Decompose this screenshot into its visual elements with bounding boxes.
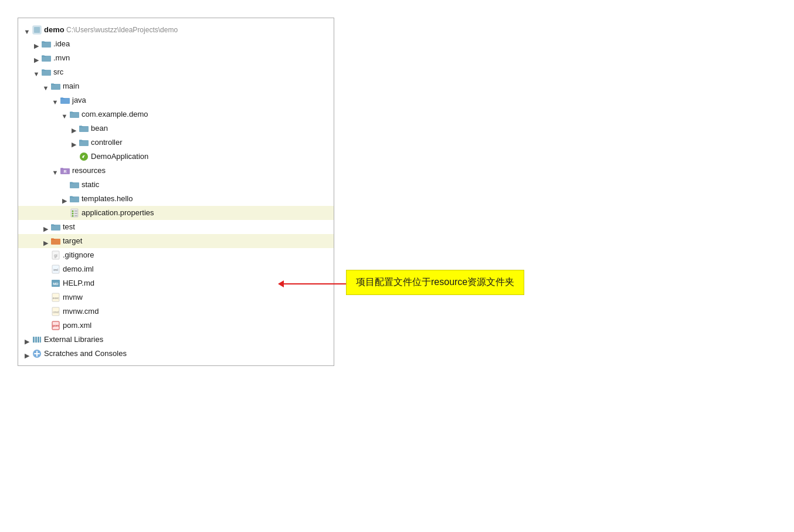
tree-item-controller[interactable]: ▶ controller — [18, 135, 334, 150]
tree-item-bean[interactable]: ▶ bean — [18, 121, 334, 135]
module-icon — [32, 25, 42, 35]
folder-icon — [42, 54, 51, 62]
svg-rect-1 — [34, 27, 40, 33]
item-label: HELP.md — [63, 277, 94, 289]
expand-arrow[interactable]: ▶ — [42, 223, 50, 231]
expand-arrow[interactable]: ▶ — [32, 54, 40, 62]
item-label: test — [63, 221, 75, 233]
svg-rect-64 — [40, 337, 41, 343]
svg-rect-63 — [38, 337, 39, 343]
svg-text:pom: pom — [53, 324, 59, 327]
svg-rect-7 — [42, 55, 45, 57]
md-icon: MD — [51, 279, 60, 288]
item-label: Scratches and Consoles — [44, 348, 127, 360]
expand-arrow[interactable]: ▶ — [23, 336, 31, 344]
tree-item-templates-hello[interactable]: ▶ templates.hello — [18, 192, 334, 206]
tree-item-idea[interactable]: ▶ .idea — [18, 37, 334, 51]
item-label: demo.iml — [63, 263, 94, 275]
svg-rect-22 — [79, 126, 82, 127]
svg-rect-25 — [79, 140, 82, 141]
tree-item-DemoApplication[interactable]: DemoApplication — [18, 150, 334, 164]
collapse-arrow[interactable]: ▼ — [51, 167, 59, 175]
item-label: mvnw.cmd — [63, 306, 99, 317]
item-label: target — [63, 235, 82, 247]
item-label: .idea — [53, 38, 70, 50]
item-label: main — [63, 80, 79, 92]
svg-rect-42 — [74, 215, 77, 216]
folder-icon — [51, 223, 60, 231]
folder-icon — [42, 68, 51, 76]
item-label: .mvn — [53, 52, 70, 64]
svg-text:R: R — [63, 170, 66, 174]
item-label: com.example.demo — [82, 109, 148, 120]
folder-icon — [70, 181, 79, 189]
svg-rect-45 — [51, 224, 54, 226]
svg-rect-10 — [42, 69, 45, 71]
tree-item-gitignore[interactable]: gi .gitignore — [18, 248, 334, 262]
item-label: DemoApplication — [91, 151, 148, 162]
item-label: application.properties — [82, 207, 154, 219]
tree-item-mvn[interactable]: ▶ .mvn — [18, 51, 334, 65]
collapse-arrow[interactable]: ▼ — [32, 68, 40, 76]
collapse-arrow[interactable]: ▼ — [51, 96, 59, 104]
tree-item-target[interactable]: ▶ target — [18, 234, 334, 248]
tree-item-application-properties[interactable]: application.properties — [18, 206, 334, 220]
mvnw-icon: exec — [51, 293, 60, 302]
tree-item-external-libraries[interactable]: ▶ External Libraries — [18, 333, 334, 347]
collapse-arrow[interactable]: ▼ — [42, 82, 50, 90]
expand-arrow[interactable]: ▶ — [42, 237, 50, 245]
mvnwcmd-icon: cmd — [51, 307, 60, 316]
svg-rect-35 — [70, 196, 73, 198]
tree-item-static[interactable]: static — [18, 178, 334, 192]
svg-rect-4 — [42, 41, 45, 43]
tree-item-src[interactable]: ▼ src — [18, 65, 334, 79]
annotation-arrow — [278, 280, 348, 287]
item-label: pom.xml — [63, 320, 91, 331]
svg-rect-32 — [70, 182, 73, 184]
item-label: java — [72, 94, 86, 106]
tree-item-demo-iml[interactable]: iml demo.iml — [18, 262, 334, 276]
tree-item-test[interactable]: ▶ test — [18, 220, 334, 234]
folder-resources-icon: R — [60, 167, 70, 175]
svg-text:exec: exec — [53, 296, 59, 300]
tree-item-scratches[interactable]: ▶ Scratches and Consoles — [18, 347, 334, 361]
tree-item-pom-xml[interactable]: pom pom.xml — [18, 318, 334, 333]
pom-icon: pom — [51, 321, 60, 330]
expand-arrow[interactable]: ▶ — [70, 124, 78, 133]
item-label: mvnw — [63, 292, 83, 303]
item-label: External Libraries — [44, 334, 103, 345]
folder-icon — [42, 40, 51, 48]
svg-rect-67 — [34, 353, 40, 354]
expand-arrow[interactable]: ▶ — [23, 350, 31, 358]
tree-item-main[interactable]: ▼ main — [18, 79, 334, 93]
tree-item-mvnw-cmd[interactable]: cmd mvnw.cmd — [18, 304, 334, 318]
tree-item-mvnw[interactable]: exec mvnw — [18, 290, 334, 304]
tree-item-java[interactable]: ▼ java — [18, 93, 334, 107]
svg-rect-13 — [51, 83, 54, 85]
collapse-arrow[interactable]: ▼ — [23, 26, 31, 34]
item-label: src — [53, 66, 63, 78]
svg-text:MD: MD — [53, 282, 59, 286]
expand-arrow[interactable]: ▶ — [60, 195, 69, 203]
tree-item-com-example-demo[interactable]: ▼ com.example.demo — [18, 107, 334, 121]
item-label: demo C:\Users\wustzz\IdeaProjects\demo — [44, 24, 178, 36]
libraries-icon — [32, 335, 42, 344]
item-label: resources — [72, 165, 106, 177]
gitignore-icon: gi — [51, 250, 60, 260]
expand-arrow[interactable]: ▶ — [70, 138, 78, 147]
item-label: controller — [91, 137, 122, 148]
svg-rect-19 — [70, 111, 73, 113]
svg-point-39 — [72, 213, 74, 215]
svg-text:cmd: cmd — [53, 310, 59, 314]
tree-item-demo[interactable]: ▼ demo C:\Users\wustzz\IdeaProjects\demo — [18, 23, 334, 37]
svg-rect-61 — [33, 337, 35, 343]
svg-rect-40 — [74, 213, 77, 214]
folder-icon — [51, 82, 60, 90]
folder-icon — [70, 110, 79, 118]
folder-icon — [79, 124, 89, 133]
collapse-arrow[interactable]: ▼ — [60, 110, 69, 118]
tree-item-resources[interactable]: ▼ R resources — [18, 164, 334, 178]
item-label: static — [82, 179, 99, 191]
expand-arrow[interactable]: ▶ — [32, 40, 40, 48]
annotation-text: 项目配置文件位于resource资源文件夹 — [356, 277, 514, 287]
